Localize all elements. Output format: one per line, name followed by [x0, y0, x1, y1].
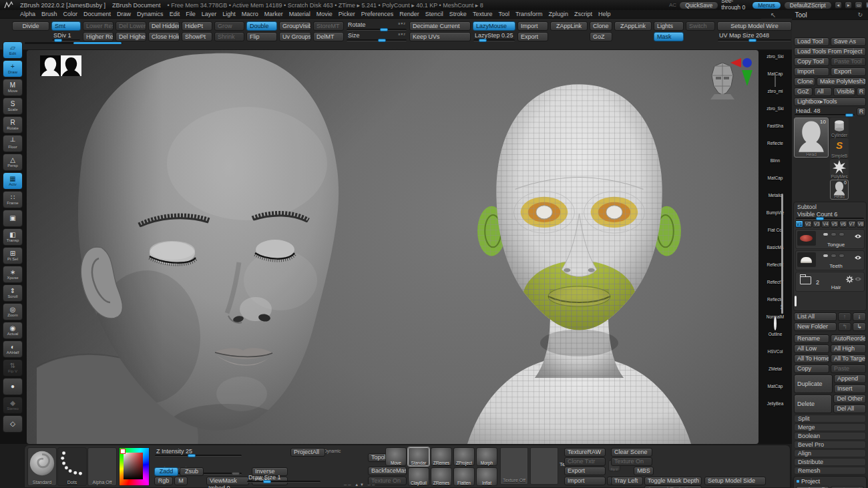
subtool-title[interactable]: Subtool: [795, 204, 865, 211]
tray-divider-handle[interactable]: ── ▲▼ ──: [344, 483, 376, 487]
paste-button[interactable]: Paste: [831, 364, 866, 373]
setup-model-side-button[interactable]: Setup Model Side: [704, 477, 766, 485]
zapplink-button[interactable]: ZAppLink: [550, 21, 588, 31]
material-item[interactable]: NormalM: [760, 300, 791, 318]
pager-left-icon[interactable]: ◂: [835, 1, 842, 9]
brush-shortcut[interactable]: Move: [385, 447, 407, 466]
visible-button[interactable]: Visible: [833, 87, 855, 96]
load-tool-button[interactable]: Load Tool: [794, 37, 829, 46]
textureraw-button[interactable]: TextureRAW: [564, 448, 606, 457]
menu-item[interactable]: Brush: [41, 11, 57, 17]
menu-item[interactable]: Transform: [515, 11, 543, 17]
palette-section-header[interactable]: Bevel Pro: [794, 441, 866, 449]
tool-thumb-cylinder[interactable]: Cylinder: [830, 117, 849, 138]
load-tools-from-project-button[interactable]: Load Tools From Project: [794, 47, 866, 56]
eye-icon[interactable]: [854, 255, 862, 260]
current-stroke-thumbnail[interactable]: Dots: [57, 447, 87, 486]
append-button[interactable]: Append: [834, 375, 866, 383]
menu-item[interactable]: Tool: [498, 11, 509, 17]
move-down-icon[interactable]: ↓: [853, 312, 866, 321]
make-polymesh3d-button[interactable]: Make PolyMesh3D: [817, 77, 866, 86]
lazystep-slider[interactable]: LazyStep 0.25: [473, 32, 515, 41]
del-higher-button[interactable]: Del Higher: [116, 32, 146, 41]
material-item[interactable]: zbro_Ski: [760, 92, 791, 109]
shrink-button[interactable]: Shrink: [214, 32, 244, 41]
refresh-icon[interactable]: ↻: [857, 11, 863, 18]
menu-item[interactable]: Material: [289, 11, 310, 17]
left-toolbar-icon[interactable]: ∗ Xpose: [3, 266, 23, 283]
subtool-toggles[interactable]: [823, 232, 845, 236]
left-toolbar-icon[interactable]: ▱ Edit: [3, 41, 23, 59]
texture-off-thumbnail[interactable]: Texture Off: [500, 447, 528, 485]
subtool-item-tongue[interactable]: Tongue: [795, 229, 865, 249]
tray-left-button[interactable]: Tray Left: [611, 477, 643, 485]
left-toolbar-icon[interactable]: S Scale: [3, 97, 23, 115]
menu-item[interactable]: Movie: [316, 11, 333, 17]
left-toolbar-icon[interactable]: ◆ Stereo: [3, 397, 23, 414]
menu-item[interactable]: Dynamics: [137, 11, 164, 17]
palette-section-header[interactable]: Remesh: [794, 467, 866, 475]
double-button[interactable]: Double: [246, 21, 277, 31]
mask-button[interactable]: Mask: [654, 32, 684, 41]
move-up-icon[interactable]: ↑: [838, 312, 851, 321]
pager-right-icon[interactable]: ▸: [845, 1, 852, 9]
left-toolbar-icon[interactable]: △ Persp: [3, 154, 23, 171]
restore-icon[interactable]: ▣: [865, 1, 868, 9]
palette-section-header[interactable]: Distribute: [794, 458, 866, 466]
lightbox-tools-button[interactable]: Lightbox▸Tools: [794, 97, 866, 106]
m-button[interactable]: M: [174, 477, 188, 485]
subtool-scrollbar[interactable]: [795, 296, 797, 306]
draw-size-slider[interactable]: Draw Size 1: [246, 474, 321, 483]
material-item[interactable]: Outline: [760, 318, 791, 335]
material-item[interactable]: HSVCol: [760, 335, 791, 352]
current-color-swatch[interactable]: [120, 449, 126, 454]
clear-scene-button[interactable]: Clear Scene: [611, 448, 652, 457]
menu-item[interactable]: Alpha: [20, 11, 35, 17]
brush-shortcut[interactable]: Morph: [476, 447, 497, 466]
all-button[interactable]: All: [814, 87, 833, 96]
left-toolbar-icon[interactable]: ⇅ Fip V: [3, 359, 23, 377]
lower-res-button[interactable]: Lower Res: [83, 21, 114, 31]
higher-res-button[interactable]: Higher Res: [83, 32, 114, 41]
left-toolbar-icon[interactable]: ◎ Zoom: [3, 303, 23, 320]
clone-tool-button[interactable]: Clone: [794, 77, 815, 86]
size-slider[interactable]: Size≡▾z: [346, 32, 407, 41]
subtool-version-tab[interactable]: V5: [831, 220, 839, 228]
uv-groups-button[interactable]: Uv Groups: [279, 32, 311, 41]
delmt-button[interactable]: DelMT: [313, 32, 344, 41]
menu-item[interactable]: Layer: [202, 11, 217, 17]
subtool-version-tab[interactable]: V4: [821, 220, 829, 228]
all-to-target-button[interactable]: All To Target: [831, 354, 866, 363]
menu-item[interactable]: Marker: [264, 11, 283, 17]
menu-item[interactable]: Texture: [473, 11, 493, 17]
del-other-button[interactable]: Del Other: [833, 395, 866, 403]
tool-name-slider[interactable]: Head. 48: [794, 107, 855, 116]
canvas-viewport[interactable]: [27, 50, 758, 444]
left-toolbar-icon[interactable]: ◧ Transp: [3, 228, 23, 246]
mbs-button[interactable]: MBS: [634, 467, 654, 475]
del-all-button[interactable]: Del All: [833, 405, 866, 413]
material-item[interactable]: ReflectY: [760, 266, 791, 283]
texture-thumbnail[interactable]: [530, 447, 558, 485]
left-toolbar-icon[interactable]: R Rotate: [3, 116, 23, 134]
brush-shortcut[interactable]: ZProject: [453, 447, 475, 466]
storemt-button[interactable]: StoreMT: [313, 21, 344, 31]
material-item[interactable]: Blinn: [760, 144, 791, 162]
switch-button[interactable]: Switch: [686, 21, 715, 31]
subtool-toggles[interactable]: [823, 254, 845, 258]
viewmask-button[interactable]: ViewMask: [206, 477, 249, 485]
wireframe-head-model[interactable]: [457, 73, 701, 444]
lazymouse-button[interactable]: LazyMouse: [473, 21, 515, 31]
subtool-version-tab[interactable]: V3: [813, 220, 821, 228]
rgb-button[interactable]: Rgb: [154, 477, 173, 485]
material-item[interactable]: Reflecte: [760, 283, 791, 300]
left-toolbar-icon[interactable]: ◇: [3, 415, 23, 433]
toggle-mask-depth-button[interactable]: Toggle Mask Depth: [644, 477, 702, 485]
material-item[interactable]: Metalic: [760, 179, 791, 196]
material-item[interactable]: JellyBea: [760, 387, 791, 405]
menu-item[interactable]: Zplugin: [549, 11, 569, 17]
gear-icon[interactable]: [846, 276, 853, 283]
menu-item[interactable]: Stencil: [425, 11, 443, 17]
rename-button[interactable]: Rename: [794, 334, 829, 343]
rotate-slider[interactable]: Rotate≡▾z: [346, 21, 407, 31]
